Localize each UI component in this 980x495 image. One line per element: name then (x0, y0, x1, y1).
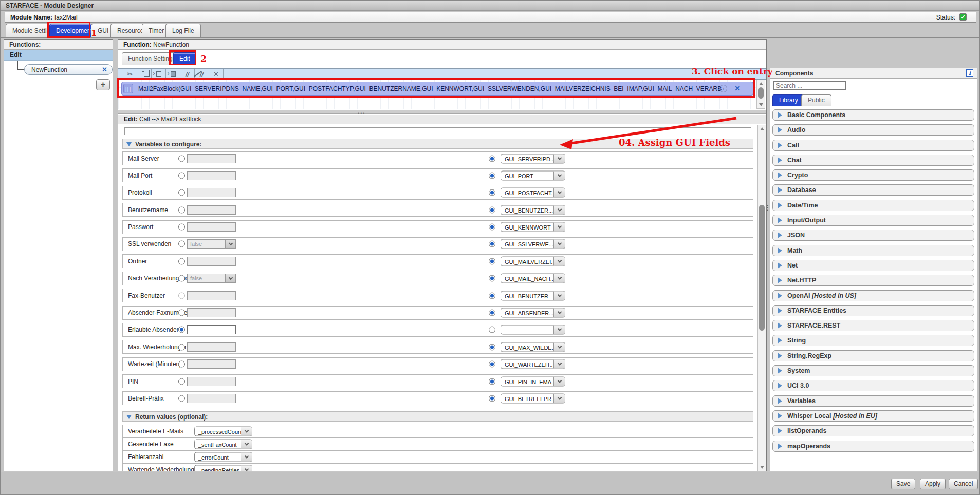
manual-value-radio[interactable] (178, 275, 185, 282)
component-category[interactable]: listOperands (772, 425, 974, 436)
variables-section-header[interactable]: Variables to configure: (122, 139, 753, 149)
gui-field-select[interactable]: GUI_KENNWORT (501, 222, 565, 232)
component-category[interactable]: Input/Output (772, 215, 974, 226)
drag-handle-icon[interactable]: ||| (123, 84, 133, 93)
manual-value-radio[interactable] (178, 241, 185, 247)
gui-field-radio[interactable] (489, 327, 495, 333)
gui-field-radio[interactable] (489, 155, 495, 162)
gui-field-radio[interactable] (489, 344, 495, 350)
gui-field-select[interactable]: GUI_WARTEZEIT... (501, 359, 565, 369)
component-category[interactable]: UCI 3.0 (772, 380, 974, 391)
gui-field-select[interactable]: GUI_BENUTZER (501, 291, 565, 300)
return-variable-select[interactable]: _errorCount (194, 452, 252, 462)
manual-value-radio[interactable] (178, 292, 185, 299)
component-category[interactable]: Net.HTTP (772, 275, 974, 286)
gui-field-radio[interactable] (489, 241, 495, 247)
gui-field-radio[interactable] (489, 224, 495, 231)
component-category[interactable]: Chat (772, 155, 974, 166)
gui-field-radio[interactable] (489, 275, 495, 282)
tab-edit[interactable]: Edit (173, 52, 196, 65)
gui-field-select[interactable]: GUI_MAILVERZEI... (501, 256, 565, 266)
component-category[interactable]: Date/Time (772, 200, 974, 211)
manual-value-control[interactable] (187, 257, 236, 266)
manual-value-radio[interactable] (178, 258, 185, 264)
entries-scrollbar[interactable] (756, 80, 765, 109)
manual-value-radio[interactable] (178, 361, 185, 368)
gui-field-radio[interactable] (489, 395, 495, 402)
cancel-button[interactable]: Cancel (949, 479, 978, 489)
functions-group-edit[interactable]: Edit (4, 50, 113, 61)
apply-button[interactable]: Apply (920, 479, 946, 489)
manual-value-radio[interactable] (178, 395, 185, 402)
manual-value-radio[interactable] (178, 155, 185, 162)
paste-after-icon[interactable] (166, 69, 180, 79)
manual-value-radio[interactable] (178, 172, 185, 179)
gui-field-select[interactable]: GUI_SERVERIPD... (501, 154, 565, 163)
components-search-input[interactable] (773, 81, 846, 90)
return-variable-select[interactable]: _processedCount (194, 427, 252, 436)
copy-icon[interactable] (137, 69, 152, 79)
cut-icon[interactable]: ✂ (123, 69, 137, 79)
gui-field-radio[interactable] (489, 310, 495, 316)
edit-scrollbar[interactable] (757, 125, 766, 471)
add-function-button[interactable]: + (96, 79, 110, 90)
component-category[interactable]: Net (772, 260, 974, 271)
manual-value-radio[interactable] (178, 189, 185, 196)
component-category[interactable]: String.RegExp (772, 350, 974, 361)
gui-field-radio[interactable] (489, 378, 495, 385)
component-category[interactable]: Audio (772, 124, 974, 136)
component-category[interactable]: String (772, 335, 974, 346)
manual-value-control[interactable] (187, 154, 236, 163)
gui-field-select[interactable]: GUI_SSLVERWE... (501, 239, 565, 249)
tab-log-file[interactable]: Log File (165, 24, 201, 37)
component-category[interactable]: Variables (772, 395, 974, 407)
manual-value-control[interactable] (187, 205, 236, 215)
manual-value-radio[interactable] (178, 224, 185, 231)
status-checkbox[interactable]: ✓ (959, 13, 967, 21)
component-category[interactable]: OpenAI [Hosted in US] (772, 290, 974, 301)
function-node-newfunction[interactable]: NewFunction ✕ (24, 64, 113, 75)
manual-value-radio[interactable] (178, 344, 185, 350)
component-category[interactable]: STARFACE Entities (772, 305, 974, 316)
gui-field-select[interactable]: GUI_PORT (501, 170, 565, 180)
component-category[interactable]: System (772, 365, 974, 376)
gui-field-radio[interactable] (489, 206, 495, 213)
gui-field-radio[interactable] (489, 189, 495, 196)
paste-before-icon[interactable] (152, 69, 166, 79)
block-comment-input[interactable] (124, 127, 751, 135)
component-category[interactable]: Call (772, 140, 974, 151)
gui-field-select[interactable]: --- (501, 325, 565, 335)
manual-value-control[interactable] (187, 222, 236, 232)
manual-value-radio[interactable] (178, 327, 185, 333)
gui-field-select[interactable]: GUI_POSTFACHT... (501, 188, 565, 198)
entry-mail2faxblock[interactable]: ||| Mail2FaxBlock(GUI_SERVERIPDNS_NAME,G… (121, 82, 753, 96)
manual-value-control[interactable] (187, 171, 236, 180)
manual-value-control[interactable] (187, 394, 236, 403)
manual-value-control[interactable] (187, 342, 236, 352)
component-category[interactable]: mapOperands (772, 441, 974, 452)
component-category[interactable]: Whisper Local [Hosted in EU] (772, 410, 974, 422)
panel-splitter[interactable]: ••• (118, 110, 766, 114)
return-variable-select[interactable]: _sentFaxCount (194, 440, 252, 449)
uncomment-icon[interactable]: // (195, 69, 209, 79)
component-category[interactable]: STARFACE.REST (772, 320, 974, 331)
returns-section-header[interactable]: Return values (optional): (122, 411, 753, 422)
info-icon[interactable]: i (966, 69, 973, 77)
tab-public[interactable]: Public (801, 94, 831, 106)
delete-function-icon[interactable]: ✕ (102, 66, 107, 73)
gui-field-radio[interactable] (489, 172, 495, 179)
tab-library[interactable]: Library (772, 94, 805, 106)
manual-value-control[interactable]: false (187, 239, 236, 249)
entry-open-icon[interactable]: › (719, 85, 727, 92)
gui-field-select[interactable]: GUI_MAX_WIEDE... (501, 342, 565, 352)
manual-value-radio[interactable] (178, 206, 185, 213)
component-category[interactable]: Math (772, 245, 974, 256)
manual-value-radio[interactable] (178, 310, 185, 316)
manual-value-control[interactable] (187, 325, 236, 334)
component-category[interactable]: Database (772, 184, 974, 196)
gui-field-select[interactable]: GUI_BETREFFPR... (501, 393, 565, 403)
entry-delete-icon[interactable]: ✕ (734, 84, 741, 92)
gui-field-radio[interactable] (489, 361, 495, 368)
manual-value-control[interactable]: false (187, 274, 236, 283)
return-variable-select[interactable]: _pendingRetries (194, 465, 252, 472)
